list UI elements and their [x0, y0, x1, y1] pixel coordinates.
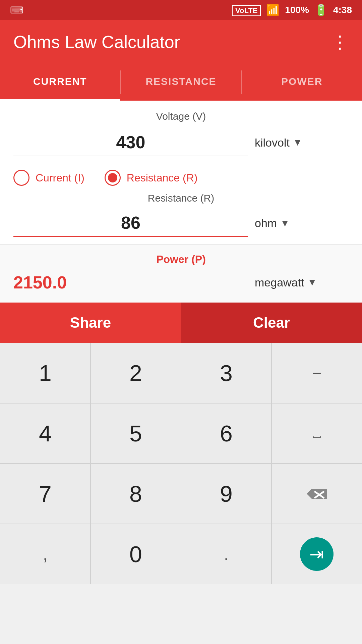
numpad-row-3: 7 8 9 — [0, 464, 362, 524]
key-4[interactable]: 4 — [0, 403, 90, 464]
resistance-label: Resistance (R) — [13, 193, 349, 204]
radio-current-label: Current (I) — [36, 172, 84, 184]
tab-current[interactable]: CURRENT — [0, 64, 120, 101]
voltage-dropdown-arrow: ▼ — [293, 137, 302, 148]
radio-current-circle — [13, 170, 29, 186]
radio-current[interactable]: Current (I) — [13, 170, 84, 186]
numpad-row-2: 4 5 6 ⎵ — [0, 403, 362, 464]
clear-button[interactable]: Clear — [181, 303, 362, 343]
key-minus[interactable]: − — [272, 343, 362, 403]
tab-resistance[interactable]: RESISTANCE — [121, 64, 241, 101]
key-2[interactable]: 2 — [90, 343, 181, 403]
numpad-row-1: 1 2 3 − — [0, 343, 362, 403]
key-3[interactable]: 3 — [181, 343, 272, 403]
tab-bar: CURRENT RESISTANCE POWER — [0, 64, 362, 101]
calculator-area: Voltage (V) kilovolt ▼ Current (I) Resis… — [0, 101, 362, 245]
key-5[interactable]: 5 — [90, 403, 181, 464]
radio-resistance-label: Resistance (R) — [127, 172, 198, 184]
power-input-row: 2150.0 megawatt ▼ — [13, 272, 349, 292]
key-space[interactable]: ⎵ — [272, 403, 362, 464]
resistance-input[interactable] — [13, 209, 248, 237]
tab-power[interactable]: POWER — [242, 64, 362, 101]
power-dropdown-arrow: ▼ — [307, 277, 317, 288]
power-label: Power (P) — [13, 253, 349, 266]
enter-button-circle: ⇥ — [300, 537, 334, 571]
app-title: Ohms Law Calculator — [13, 32, 331, 52]
radio-resistance[interactable]: Resistance (R) — [105, 170, 198, 186]
backspace-icon — [305, 485, 328, 502]
voltage-input-row: kilovolt ▼ — [13, 129, 349, 156]
key-0[interactable]: 0 — [90, 524, 181, 584]
radio-resistance-circle — [105, 170, 121, 186]
status-bar: ⌨ VoLTE 📶 100% 🔋 4:38 — [0, 0, 362, 20]
voltage-unit-label: kilovolt — [255, 136, 290, 149]
resistance-dropdown-arrow: ▼ — [280, 218, 290, 229]
power-unit-label: megawatt — [255, 276, 304, 289]
voltage-section: Voltage (V) kilovolt ▼ — [0, 101, 362, 163]
key-backspace[interactable] — [272, 464, 362, 524]
key-comma[interactable]: , — [0, 524, 90, 584]
battery-icon: 🔋 — [314, 4, 328, 16]
key-enter[interactable]: ⇥ — [272, 524, 362, 584]
enter-arrow-icon: ⇥ — [309, 544, 324, 564]
network-indicator: VoLTE — [232, 5, 261, 15]
battery-level: 100% — [285, 5, 309, 15]
voltage-label: Voltage (V) — [13, 111, 349, 122]
key-1[interactable]: 1 — [0, 343, 90, 403]
key-8[interactable]: 8 — [90, 464, 181, 524]
clock: 4:38 — [333, 5, 352, 15]
keyboard-icon: ⌨ — [10, 5, 23, 16]
voltage-unit-dropdown[interactable]: kilovolt ▼ — [255, 136, 349, 149]
resistance-unit-label: ohm — [255, 217, 277, 230]
key-6[interactable]: 6 — [181, 403, 272, 464]
key-9[interactable]: 9 — [181, 464, 272, 524]
more-options-icon[interactable]: ⋮ — [331, 32, 349, 52]
action-buttons: Share Clear — [0, 303, 362, 343]
power-section: Power (P) 2150.0 megawatt ▼ — [0, 245, 362, 303]
numpad: 1 2 3 − 4 5 6 ⎵ 7 8 9 , 0 . ⇥ — [0, 343, 362, 584]
resistance-section: Resistance (R) ohm ▼ — [0, 189, 362, 244]
signal-icon: 📶 — [266, 4, 280, 16]
key-7[interactable]: 7 — [0, 464, 90, 524]
key-decimal[interactable]: . — [181, 524, 272, 584]
app-bar: Ohms Law Calculator ⋮ — [0, 20, 362, 64]
power-unit-dropdown[interactable]: megawatt ▼ — [255, 276, 349, 289]
radio-row: Current (I) Resistance (R) — [0, 163, 362, 189]
voltage-input[interactable] — [13, 129, 248, 156]
resistance-input-row: ohm ▼ — [13, 209, 349, 237]
share-button[interactable]: Share — [0, 303, 181, 343]
power-value: 2150.0 — [13, 272, 67, 292]
numpad-row-4: , 0 . ⇥ — [0, 524, 362, 584]
resistance-unit-dropdown[interactable]: ohm ▼ — [255, 217, 349, 230]
